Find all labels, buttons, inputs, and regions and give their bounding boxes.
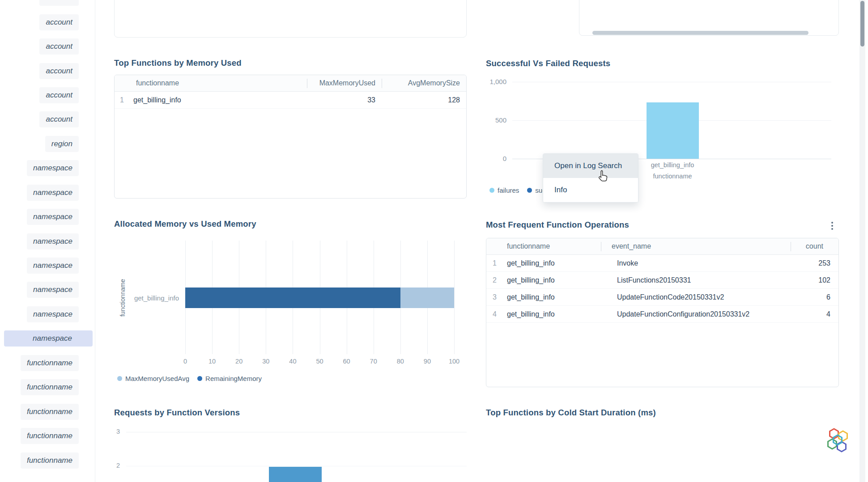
card-title-frequent-operations: Most Frequent Function Operations [486, 220, 629, 230]
gridline [512, 82, 831, 82]
sidebar-item-namespace[interactable]: namespace [0, 156, 95, 180]
table-body: 1get_billing_info33128 [115, 92, 466, 109]
cell-functionname: get_billing_info [507, 276, 601, 284]
bar-get_billing_info[interactable] [647, 102, 699, 159]
x-axis-tick: 40 [284, 358, 302, 365]
sidebar-item-functionname[interactable]: functionname [0, 351, 95, 375]
x-axis-tick: 20 [230, 358, 248, 365]
legend-item-MaxMemoryUsedAvg[interactable]: MaxMemoryUsedAvg [117, 375, 189, 382]
filter-pill: namespace [27, 258, 79, 274]
filter-pill: functionname [21, 428, 79, 444]
table-row[interactable]: 1get_billing_info33128 [115, 92, 466, 109]
legend-item-failures[interactable]: failures [489, 186, 519, 194]
x-axis-tick: 70 [365, 358, 383, 365]
stacked-bar-segment-MaxMemoryUsedAvg[interactable] [400, 288, 454, 308]
sidebar-item-functionname[interactable]: functionname [0, 375, 95, 399]
column-header-functionname: functionname [115, 79, 307, 87]
card-title-cold-start: Top Functions by Cold Start Duration (ms… [486, 408, 656, 418]
menu-item-info[interactable]: Info [543, 178, 638, 202]
horizontal-scrollbar[interactable] [592, 31, 808, 35]
filter-pill: namespace [27, 185, 79, 201]
sidebar-item-namespace-selected[interactable]: namespace [0, 326, 95, 351]
cell-index: 1 [115, 96, 133, 104]
kebab-dot-icon [831, 225, 833, 227]
x-axis-tick: 80 [391, 358, 409, 365]
stacked-bar-segment-RemainingMemory[interactable] [185, 288, 400, 308]
sidebar-item-namespace[interactable]: namespace [0, 302, 95, 326]
sidebar-item-account[interactable]: account [0, 34, 95, 59]
table-header: functionname MaxMemoryUsed AvgMemorySize [115, 75, 466, 92]
stacked-bar [185, 288, 454, 308]
table-row[interactable]: 2get_billing_infoListFunctions2015033110… [486, 272, 838, 289]
table-row[interactable]: 1get_billing_infoInvoke253 [486, 255, 838, 272]
sidebar-item-namespace[interactable]: namespace [0, 254, 95, 278]
x-axis-tick: 60 [338, 358, 356, 365]
menu-item-open-in-log-search[interactable]: Open in Log Search [543, 154, 638, 178]
legend-label: failures [498, 186, 519, 194]
sidebar-item-account[interactable]: account [0, 83, 95, 107]
cell-index: 3 [486, 293, 507, 301]
column-separator [382, 79, 382, 88]
cell-index: 2 [486, 276, 507, 284]
y-axis-tick: 1,000 [475, 78, 506, 85]
cell-count: 6 [791, 293, 838, 301]
filter-pill: functionname [21, 404, 79, 420]
x-axis-tick: 0 [176, 358, 194, 365]
bar-partial[interactable] [269, 467, 322, 482]
sidebar-item-functionname[interactable]: functionname [0, 399, 95, 423]
cell-event-name: ListFunctions20150331 [601, 276, 791, 284]
column-header-functionname: functionname [486, 242, 601, 250]
x-axis-tick: 100 [445, 358, 463, 365]
cell-event-name: Invoke [601, 259, 791, 267]
cell-functionname: get_billing_info [133, 96, 307, 104]
cell-event-name: UpdateFunctionCode20150331v2 [601, 293, 791, 301]
card-options-button[interactable] [828, 220, 837, 232]
column-header-event-name: event_name [601, 242, 791, 250]
y-axis-tick: 500 [475, 116, 506, 124]
sidebar-item-functionname[interactable]: functionname [0, 448, 95, 472]
table-row[interactable]: 4get_billing_infoUpdateFunctionConfigura… [486, 306, 838, 323]
sidebar-item-functionname[interactable]: functionname [0, 424, 95, 448]
vertical-scrollbar-thumb[interactable] [860, 1, 864, 47]
sidebar-item-account[interactable]: account [0, 107, 95, 131]
table-row[interactable]: 3get_billing_infoUpdateFunctionCode20150… [486, 289, 838, 306]
y-axis-tick: 0 [475, 155, 506, 162]
sidebar-item-namespace[interactable]: namespace [0, 181, 95, 205]
filter-pill: namespace [27, 306, 79, 322]
sidebar-item-namespace[interactable]: namespace [0, 229, 95, 253]
legend-dot-icon [489, 188, 494, 193]
column-separator [601, 242, 601, 251]
legend-dot-icon [117, 376, 122, 381]
cell-event-name: UpdateFunctionConfiguration20150331v2 [601, 310, 791, 318]
filter-list: accountaccountaccountaccountaccountaccou… [0, 0, 95, 473]
sidebar-item-namespace[interactable]: namespace [0, 205, 95, 229]
table-header: functionname event_name count [486, 238, 838, 255]
sidebar-item-account[interactable]: account [0, 10, 95, 34]
cell-count: 102 [791, 276, 838, 284]
y-axis-tick: 3 [93, 428, 120, 435]
legend-item-RemainingMemory[interactable]: RemainingMemory [197, 375, 262, 382]
filter-pill: account [39, 14, 79, 30]
vertical-scrollbar-track[interactable] [859, 0, 865, 482]
filter-pill: account [39, 38, 79, 55]
sidebar-item-account[interactable]: account [0, 0, 95, 10]
filter-pill: namespace [27, 160, 79, 176]
table-body: 1get_billing_infoInvoke2532get_billing_i… [486, 255, 838, 323]
cell-functionname: get_billing_info [507, 259, 601, 267]
cell-functionname: get_billing_info [507, 293, 601, 301]
filter-pill: account [39, 0, 79, 6]
context-menu: Open in Log Search Info [543, 153, 638, 203]
sidebar-item-region[interactable]: region [0, 132, 95, 156]
sidebar-item-namespace[interactable]: namespace [0, 278, 95, 302]
card-title-memory-used: Top Functions by Memory Used [114, 58, 242, 68]
x-axis-tick: 30 [257, 358, 275, 365]
y-axis-category-label: get_billing_info [107, 294, 179, 302]
memory-used-table: functionname MaxMemoryUsed AvgMemorySize… [114, 75, 467, 199]
filter-pill: namespace [27, 233, 79, 249]
cell-count: 4 [791, 310, 838, 318]
filter-pill: functionname [21, 452, 79, 469]
filter-pill: namespace [4, 330, 93, 347]
sidebar-item-account[interactable]: account [0, 59, 95, 83]
legend-dot-icon [197, 376, 202, 381]
chart-legend: MaxMemoryUsedAvgRemainingMemory [117, 375, 262, 382]
